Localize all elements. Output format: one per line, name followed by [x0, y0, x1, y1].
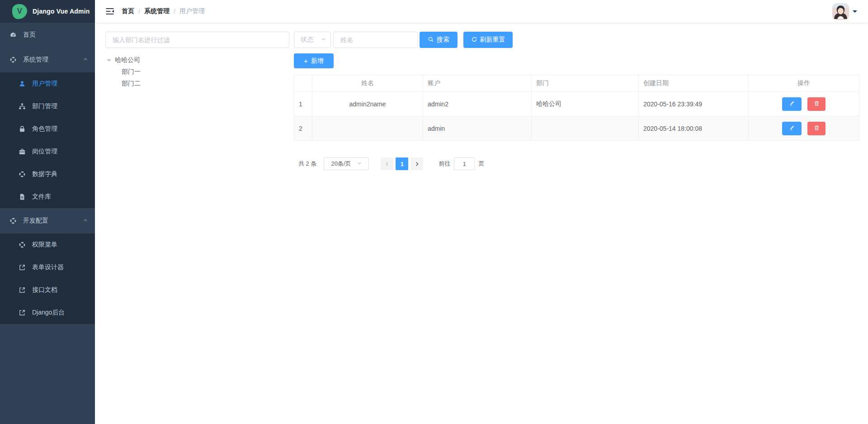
- sidebar-section-system[interactable]: 系统管理: [0, 47, 95, 72]
- cell-index: 2: [294, 116, 312, 141]
- caret-down-icon[interactable]: [853, 10, 857, 15]
- caret-down-icon[interactable]: [107, 59, 111, 64]
- goto-page-input[interactable]: [454, 157, 475, 170]
- sidebar-item-api-docs[interactable]: 接口文档: [0, 279, 95, 301]
- top-navbar: 首页 / 系统管理 / 用户管理: [95, 0, 868, 23]
- table-header-row: 姓名 账户 部门 创建日期 操作: [294, 75, 859, 92]
- col-header-actions: 操作: [749, 75, 859, 92]
- sidebar-item-user-mgmt[interactable]: 用户管理: [0, 72, 95, 95]
- refresh-reset-label: 刷新重置: [480, 36, 505, 44]
- sidebar-item-role-mgmt[interactable]: 角色管理: [0, 118, 95, 140]
- page-number-button[interactable]: 1: [396, 157, 408, 170]
- search-button[interactable]: 搜索: [420, 32, 458, 48]
- pencil-icon: [789, 100, 795, 108]
- page-size-value: 20条/页: [331, 160, 351, 168]
- chevron-up-icon: [83, 56, 88, 63]
- cell-name: [312, 116, 423, 141]
- table-row: 2 admin 2020-05-14 18:00:08: [294, 116, 859, 141]
- sidebar-item-dept-mgmt[interactable]: 部门管理: [0, 95, 95, 118]
- delete-button[interactable]: [807, 122, 826, 135]
- page-jumper: 前往 页: [439, 157, 484, 170]
- col-header-index: [294, 75, 312, 92]
- breadcrumb-separator: /: [174, 8, 175, 15]
- chevron-up-icon: [83, 217, 88, 224]
- pagination-total: 共 2 条: [298, 160, 316, 168]
- page-content: 状态 搜索 刷新重置: [95, 23, 868, 424]
- dashboard-icon: [9, 31, 17, 39]
- lock-icon: [18, 125, 26, 133]
- sidebar-item-label: 表单设计器: [32, 263, 64, 272]
- sidebar-item-label: 部门管理: [32, 102, 57, 110]
- cell-actions: [749, 116, 859, 141]
- component-icon: [9, 56, 17, 64]
- sidebar-item-perm-menu[interactable]: 权限菜单: [0, 233, 95, 256]
- hamburger-collapse-icon[interactable]: [105, 7, 114, 16]
- sidebar-item-label: 接口文档: [32, 286, 57, 294]
- refresh-reset-button[interactable]: 刷新重置: [463, 32, 513, 48]
- tree-node-child[interactable]: 部门二: [105, 78, 289, 90]
- breadcrumb-system[interactable]: 系统管理: [144, 7, 170, 15]
- tree-node-label: 部门一: [122, 68, 141, 76]
- tree-node-label: 部门二: [122, 80, 141, 88]
- cell-dept: 哈哈公司: [532, 92, 639, 116]
- sidebar-item-label: 权限菜单: [32, 241, 57, 249]
- dept-filter-input[interactable]: [105, 32, 289, 48]
- dept-tree: 哈哈公司 部门一 部门二: [105, 53, 289, 90]
- next-page-button[interactable]: [410, 157, 423, 170]
- page-unit-label: 页: [478, 160, 484, 168]
- sidebar-item-django-admin[interactable]: Django后台: [0, 301, 95, 324]
- plus-icon: +: [304, 57, 308, 64]
- navbar-right: [832, 3, 857, 20]
- sidebar-item-post-mgmt[interactable]: 岗位管理: [0, 140, 95, 163]
- col-header-dept: 部门: [532, 75, 639, 92]
- tree-node-child[interactable]: 部门一: [105, 66, 289, 78]
- file-icon: [18, 193, 26, 201]
- prev-page-button[interactable]: [381, 157, 393, 170]
- page-size-select[interactable]: 20条/页: [324, 157, 369, 170]
- sidebar-item-form-designer[interactable]: 表单设计器: [0, 256, 95, 279]
- add-button-label: 新增: [311, 57, 324, 65]
- chevron-down-icon: [357, 161, 362, 167]
- name-filter-input[interactable]: [333, 32, 418, 48]
- cell-actions: [749, 92, 859, 116]
- component-icon: [18, 170, 26, 178]
- main-area: 首页 / 系统管理 / 用户管理 状态: [95, 0, 868, 424]
- external-link-icon: [18, 286, 26, 294]
- edit-button[interactable]: [782, 122, 802, 135]
- cell-account: admin2: [423, 92, 532, 116]
- breadcrumb-separator: /: [138, 8, 140, 15]
- col-header-created: 创建日期: [639, 75, 749, 92]
- sidebar-item-home[interactable]: 首页: [0, 23, 95, 47]
- refresh-icon: [471, 36, 477, 44]
- body-row: 哈哈公司 部门一 部门二 + 新增: [105, 53, 859, 170]
- delete-button[interactable]: [807, 97, 826, 111]
- sidebar-section-label: 系统管理: [23, 56, 48, 64]
- status-select-placeholder: 状态: [301, 36, 313, 44]
- edit-button[interactable]: [782, 97, 802, 111]
- sidebar-item-label: 文件库: [32, 193, 51, 201]
- sidebar-item-data-dict[interactable]: 数据字典: [0, 163, 95, 186]
- sidebar-section-label: 开发配置: [23, 217, 48, 225]
- user-avatar[interactable]: [832, 3, 849, 20]
- logo-bar[interactable]: V Django Vue Admin: [0, 0, 95, 23]
- app-window: V Django Vue Admin 首页 系统管理: [0, 0, 868, 424]
- external-link-icon: [18, 263, 26, 272]
- status-select[interactable]: 状态: [294, 32, 331, 48]
- sidebar-item-label: Django后台: [32, 309, 65, 317]
- sidebar: V Django Vue Admin 首页 系统管理: [0, 0, 95, 424]
- cell-name: admin2name: [312, 92, 423, 116]
- sidebar-menu: 首页 系统管理 用户管理 部门: [0, 23, 95, 424]
- cell-account: admin: [423, 116, 532, 141]
- sidebar-item-label: 岗位管理: [32, 148, 57, 156]
- cell-dept: [532, 116, 639, 141]
- add-button[interactable]: + 新增: [294, 53, 334, 68]
- sidebar-item-file-library[interactable]: 文件库: [0, 186, 95, 208]
- trash-icon: [814, 125, 820, 132]
- sidebar-section-dev-config[interactable]: 开发配置: [0, 208, 95, 233]
- component-icon: [9, 217, 17, 225]
- breadcrumb-home[interactable]: 首页: [122, 7, 134, 15]
- tree-node-root[interactable]: 哈哈公司: [105, 54, 289, 66]
- cell-created: 2020-05-14 18:00:08: [639, 116, 749, 141]
- cell-created: 2020-05-16 23:39:49: [639, 92, 749, 116]
- sidebar-item-label: 首页: [23, 31, 36, 39]
